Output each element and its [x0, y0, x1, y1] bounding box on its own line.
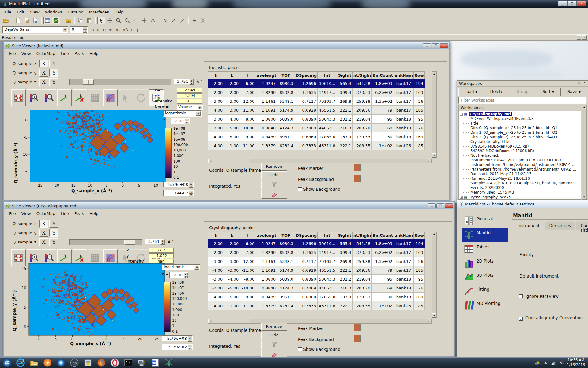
style-button-αβ[interactable]: αβ	[121, 27, 130, 33]
slice-value-spinner[interactable]: -3.751▲▼	[145, 239, 165, 244]
new-document-icon[interactable]	[14, 17, 22, 24]
dynamic-rebin-icon[interactable]	[119, 89, 133, 106]
table-row[interactable]: 2.002.006.001.92478980.31.269630610...56…	[208, 79, 425, 88]
workspaces-scrollbar[interactable]: ▲ ▼	[582, 105, 587, 200]
close-panel-icon[interactable]: ✕	[582, 35, 587, 40]
column-header[interactable]: avelengt	[256, 72, 277, 79]
style-button-Γ[interactable]: Γ	[130, 27, 135, 33]
maximize-button[interactable]: ❐	[432, 43, 439, 48]
settings-category-fitting[interactable]: Fitting	[462, 285, 508, 299]
column-header[interactable]: h	[208, 232, 224, 239]
results-log-bar[interactable]: Results Log ❐ ✕	[0, 34, 588, 41]
clear-line-icon[interactable]	[73, 89, 87, 106]
dialog-titlebar[interactable]: MantidPlot - Choose default settings	[457, 200, 588, 208]
action-center-icon[interactable]	[535, 360, 541, 366]
table-row[interactable]: -4.00-5.00-9.000.84893961.10.686017865.0…	[208, 293, 425, 301]
table-row[interactable]: -2.00-2.00-7.001.82908532.81.163514917..…	[208, 248, 425, 257]
zoom-out-icon[interactable]	[42, 89, 56, 106]
menu-view[interactable]: View	[27, 9, 42, 15]
filter-button[interactable]	[261, 340, 287, 349]
save-as-icon[interactable]	[31, 17, 39, 24]
windows-explorer-icon[interactable]	[29, 358, 39, 367]
save-document-icon[interactable]	[23, 17, 31, 24]
zoom-in-icon[interactable]	[115, 17, 123, 24]
zoom-in-icon[interactable]	[27, 89, 41, 106]
menu-line[interactable]: Line	[58, 210, 72, 217]
rebin-overlay-icon[interactable]	[103, 89, 118, 106]
slider-handle[interactable]	[124, 240, 135, 245]
style-button-x₂[interactable]: x₂	[114, 27, 121, 33]
tree-item[interactable]: Dim 0: (Q_sample_x) -25 to 25 in 2 bins.…	[460, 126, 581, 130]
menu-colormap[interactable]: ColorMap	[34, 210, 58, 217]
tree-item[interactable]: Title:	[460, 121, 581, 126]
opera-icon[interactable]	[110, 358, 119, 367]
start-button-icon[interactable]	[2, 358, 12, 367]
copy-icon[interactable]	[77, 17, 85, 24]
show-background-checkbox[interactable]: Show Background	[298, 347, 341, 352]
group-button[interactable]: Group	[510, 88, 535, 96]
tree-item[interactable]: MDEventWorkspace<MDEvent,3>	[460, 117, 581, 121]
float-panel-icon[interactable]: ❐	[577, 35, 581, 40]
column-header[interactable]: avelengt	[256, 232, 277, 239]
close-button[interactable]: ✕	[445, 203, 453, 208]
tree-item[interactable]: Events: 29293000	[460, 186, 581, 190]
menu-file[interactable]: File	[6, 50, 19, 57]
peak-background-color-swatch[interactable]	[354, 175, 361, 182]
column-header[interactable]: l	[240, 72, 256, 79]
ignore-paraview-checkbox[interactable]: Ignore ParaView	[519, 294, 559, 299]
x-axis-button[interactable]: X	[39, 238, 48, 246]
settings-category-2d-plots[interactable]: 2D Plots	[462, 256, 508, 270]
style-button-∫[interactable]: ∫	[135, 27, 140, 33]
menu-edit[interactable]: Edit	[14, 9, 27, 15]
software-update-icon[interactable]	[83, 358, 92, 367]
table-row[interactable]: 4.003.0011.001.10915174.90.692846551.522…	[208, 106, 425, 115]
tree-item[interactable]: 3798145 MDBoxes (697315 kB)	[460, 144, 581, 149]
y-axis-button[interactable]: Y	[49, 78, 58, 86]
putty-icon[interactable]	[137, 358, 146, 367]
y-axis-button[interactable]: Y	[49, 229, 58, 237]
script-window-icon[interactable]	[64, 17, 72, 24]
sort-button[interactable]: Sort▼	[536, 88, 561, 96]
data-reader-icon[interactable]	[149, 17, 157, 24]
slice-plot[interactable]: -10-50510152025151050	[15, 263, 166, 344]
y-axis-button[interactable]: Y	[49, 60, 58, 67]
refresh-rebin-icon[interactable]	[134, 89, 148, 106]
menu-file[interactable]: File	[6, 210, 19, 217]
menu-view[interactable]: View	[19, 50, 34, 57]
maximize-button[interactable]: ❐	[436, 203, 444, 208]
tree-item[interactable]: Parameters from: /home/vel/mantid/instru…	[460, 167, 581, 172]
tree-item[interactable]: Run end: 2011-May-21 18:01:26	[460, 176, 581, 181]
colorbar-min-spinner[interactable]: 5.79e-02▲▼	[163, 190, 194, 196]
tree-item[interactable]: Dim 1: (Q_sample_y) -25 to 25 in 2 bins.…	[460, 130, 581, 135]
column-header[interactable]: k	[224, 232, 240, 239]
menu-help[interactable]: Help	[87, 210, 101, 217]
menu-line[interactable]: Line	[58, 50, 72, 57]
column-header[interactable]: Int	[318, 72, 337, 79]
tree-item[interactable]: Crystallography: kf-ki	[460, 140, 581, 144]
table-row[interactable]: 4.001.0011.001.33796232.40.733346311.822…	[208, 141, 425, 150]
settings-category-tables[interactable]: Tables	[462, 242, 508, 256]
tree-item[interactable]: Sample: a 4.7, b 6.1, c 10.4; alpha 90, …	[460, 181, 581, 186]
column-header[interactable]: nt/SigIn	[352, 72, 371, 79]
show-background-checkbox[interactable]: Show Background	[298, 187, 341, 192]
table-row[interactable]: 2.002.007.001.82908532.81.163514917...39…	[208, 88, 425, 97]
main-titlebar[interactable]: MantidPlot - untitled ▁ ❐ ✕	[0, 0, 588, 8]
taskbar-clock[interactable]: 10:36 AM1/16/2016	[567, 358, 587, 367]
table-row[interactable]: 3.003.0012.001.14615348.10.711770103.726…	[208, 97, 425, 106]
load-button[interactable]: Load▼	[458, 88, 483, 96]
table-row[interactable]: 3.004.008.001.08005039.00.839050643.3231…	[208, 115, 425, 124]
media-center-icon[interactable]	[56, 358, 66, 367]
tree-item[interactable]: Not file backed.	[460, 153, 581, 158]
peak-marker-color-swatch[interactable]	[354, 324, 361, 331]
table-row[interactable]: -3.00-4.00-8.001.08005039.00.839050643.3…	[208, 275, 425, 284]
remove-button[interactable]: Remove	[261, 323, 287, 331]
column-header[interactable]: k	[224, 72, 240, 79]
peak-marker-color-swatch[interactable]	[354, 164, 361, 171]
column-header[interactable]: nt/SigIn	[352, 232, 371, 239]
line-mode-icon[interactable]	[57, 89, 72, 106]
tree-item[interactable]: Instrument: TOPAZ (2011-Jan-01 to 2011-O…	[460, 158, 581, 163]
column-header[interactable]: Int	[318, 232, 337, 239]
mantidplot-icon[interactable]	[164, 358, 173, 367]
tree-item[interactable]: Run start: 2011-May-21 17:22:17	[460, 172, 581, 176]
pan-icon[interactable]	[106, 17, 114, 24]
